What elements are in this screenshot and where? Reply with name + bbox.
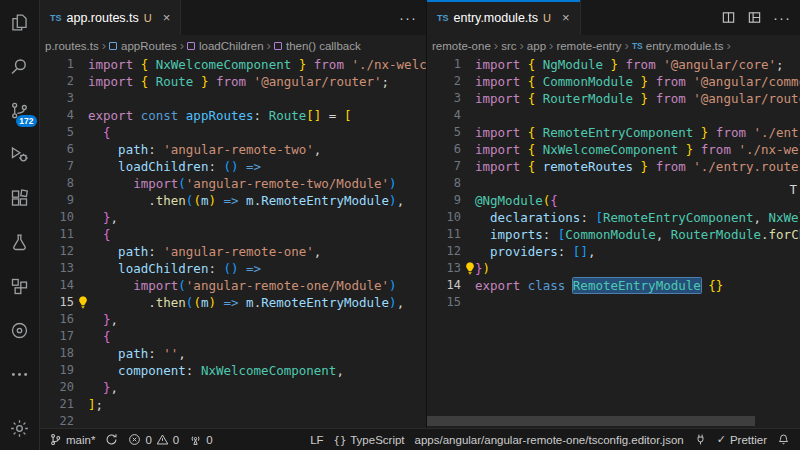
components-icon[interactable] (0, 264, 40, 308)
code-line[interactable]: 1import { NgModule } from '@angular/core… (427, 56, 800, 73)
lightbulb-icon[interactable] (76, 295, 90, 309)
formatter-name: Prettier (730, 434, 767, 446)
tsconfig-indicator[interactable]: apps/angular/angular-remote-one/tsconfig… (410, 429, 689, 450)
breadcrumb-item[interactable]: entry.module.ts (646, 40, 724, 52)
code-line[interactable]: 6 path: 'angular-remote-two', (40, 141, 426, 158)
code-text: import { RouterModule } from '@angular/r… (475, 90, 800, 107)
code-line[interactable]: 7 loadChildren: () => (40, 158, 426, 175)
code-line[interactable]: 15 .then((m) => m.RemoteEntryModule), (40, 294, 426, 311)
code-line[interactable]: 12 path: 'angular-remote-one', (40, 243, 426, 260)
code-line[interactable]: 8 import('angular-remote-two/Module') (40, 175, 426, 192)
code-line[interactable]: 11 { (40, 226, 426, 243)
source-control-icon[interactable]: 172 (0, 88, 40, 132)
code-line[interactable]: 5import { RemoteEntryComponent } from '.… (427, 124, 800, 141)
code-line[interactable]: 18 path: '', (40, 345, 426, 362)
tab-entry-module[interactable]: TS entry.module.ts U × (427, 0, 581, 35)
code-line[interactable]: 22 (40, 413, 426, 428)
horizontal-scrollbar[interactable] (427, 416, 755, 426)
code-line[interactable]: 9@NgModule({ (427, 192, 800, 209)
more-actions-icon[interactable]: ··· (399, 9, 417, 26)
code-line[interactable]: 2import { CommonModule } from '@angular/… (427, 73, 800, 90)
more-actions-icon[interactable]: ··· (773, 9, 791, 26)
run-debug-icon[interactable] (0, 132, 40, 176)
code-line[interactable]: 12 providers: [], (427, 243, 800, 260)
line-number: 15 (40, 294, 74, 311)
more-icon[interactable] (0, 352, 40, 396)
code-line[interactable]: 20 }, (40, 379, 426, 396)
code-line[interactable]: 14 import('angular-remote-one/Module') (40, 277, 426, 294)
editor-actions-right: ··· (712, 0, 800, 35)
code-line[interactable]: 1import { NxWelcomeComponent } from './n… (40, 56, 426, 73)
line-number: 7 (40, 158, 74, 175)
breadcrumb-item[interactable]: app (527, 40, 546, 52)
code-line[interactable]: 7import { remoteRoutes } from './entry.r… (427, 158, 800, 175)
git-branch-status[interactable]: main* (44, 429, 100, 450)
code-line[interactable]: 4 (427, 107, 800, 124)
line-number: 18 (40, 345, 74, 362)
language-indicator[interactable]: {} TypeScript (329, 429, 410, 450)
code-line[interactable]: 5 { (40, 124, 426, 141)
line-number: 8 (427, 175, 461, 192)
code-line[interactable]: 15 (427, 294, 800, 311)
code-line[interactable]: 2import { Route } from '@angular/router'… (40, 73, 426, 90)
code-text: }, (88, 379, 118, 396)
code-line[interactable]: 11 imports: [CommonModule, RouterModule.… (427, 226, 800, 243)
notifications-bell-icon[interactable] (772, 429, 795, 450)
code-line[interactable]: 6import { NxWelcomeComponent } from './n… (427, 141, 800, 158)
broadcast-status[interactable]: 0 (184, 429, 217, 450)
close-icon[interactable]: × (560, 10, 572, 25)
code-line[interactable]: 13}) (427, 260, 800, 277)
code-line[interactable]: 10 declarations: [RemoteEntryComponent, … (427, 209, 800, 226)
code-editor-left[interactable]: 1import { NxWelcomeComponent } from './n… (40, 56, 426, 428)
line-number: 14 (40, 277, 74, 294)
line-number: 11 (427, 226, 461, 243)
customize-layout-icon[interactable] (747, 10, 762, 25)
branch-icon (49, 433, 62, 446)
settings-gear-icon[interactable] (0, 406, 40, 450)
sync-button[interactable] (100, 429, 123, 450)
split-editor-icon[interactable] (721, 10, 736, 25)
code-line[interactable]: 10 }, (40, 209, 426, 226)
close-icon[interactable]: × (161, 10, 173, 25)
explorer-icon[interactable] (0, 0, 40, 44)
formatter-status[interactable]: ✓ Prettier (712, 429, 772, 450)
testing-icon[interactable] (0, 220, 40, 264)
breadcrumb-item[interactable]: src (501, 40, 516, 52)
line-number: 3 (40, 90, 74, 107)
code-text: path: 'angular-remote-two', (88, 141, 321, 158)
extensions-icon[interactable] (0, 176, 40, 220)
remote-icon[interactable] (0, 308, 40, 352)
code-line[interactable]: 8 (427, 175, 800, 192)
breadcrumb-item[interactable]: remote-one (432, 40, 491, 52)
breadcrumb-item[interactable]: loadChildren (199, 40, 264, 52)
ports-status[interactable] (689, 429, 712, 450)
code-line[interactable]: 4export const appRoutes: Route[] = [ (40, 107, 426, 124)
breadcrumb-item[interactable]: p.routes.ts (45, 40, 99, 52)
eol-indicator[interactable]: LF (305, 429, 328, 450)
code-text: }) (475, 260, 490, 277)
code-line[interactable]: 16 }, (40, 311, 426, 328)
breadcrumb-item[interactable]: remote-entry (556, 40, 621, 52)
code-line[interactable]: 21]; (40, 396, 426, 413)
code-line[interactable]: 14export class RemoteEntryModule {} (427, 277, 800, 294)
code-line[interactable]: 9 .then((m) => m.RemoteEntryModule), (40, 192, 426, 209)
tab-app-routes[interactable]: TS app.routes.ts U × (40, 0, 181, 35)
code-editor-right[interactable]: 1import { NgModule } from '@angular/core… (427, 56, 800, 428)
code-line[interactable]: 3import { RouterModule } from '@angular/… (427, 90, 800, 107)
search-icon[interactable] (0, 44, 40, 88)
tab-bar-left: TS app.routes.ts U × ··· (40, 0, 426, 35)
breadcrumb-item[interactable]: then() callback (286, 40, 361, 52)
code-line[interactable]: 19 component: NxWelcomeComponent, (40, 362, 426, 379)
line-number: 17 (40, 328, 74, 345)
code-line[interactable]: 13 loadChildren: () => (40, 260, 426, 277)
problems-status[interactable]: 0 0 (123, 429, 184, 450)
braces-icon: {} (334, 434, 347, 446)
code-line[interactable]: 17 { (40, 328, 426, 345)
code-text: component: NxWelcomeComponent, (88, 362, 344, 379)
sync-icon (105, 433, 118, 446)
code-text: export class RemoteEntryModule {} (475, 277, 723, 294)
breadcrumb-item[interactable]: appRoutes (121, 40, 177, 52)
line-number: 5 (40, 124, 74, 141)
code-line[interactable]: 3 (40, 90, 426, 107)
lightbulb-icon[interactable] (463, 261, 477, 275)
